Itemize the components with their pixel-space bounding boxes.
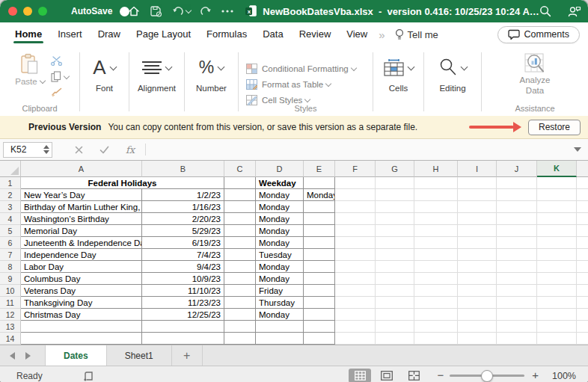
- cell-K13[interactable]: [537, 321, 577, 333]
- cell-B5[interactable]: 5/29/23: [142, 225, 224, 237]
- cell-E5[interactable]: [304, 225, 335, 237]
- cell-L7[interactable]: [577, 249, 588, 261]
- zoom-in-button[interactable]: +: [532, 369, 539, 381]
- spinner-down-icon[interactable]: [43, 150, 49, 154]
- cell-A3[interactable]: Birthday of Martin Luther King, Jr.: [21, 201, 142, 213]
- cell-K10[interactable]: [537, 285, 577, 297]
- row-header-12[interactable]: 12: [0, 309, 21, 321]
- cell-G1[interactable]: [376, 177, 414, 189]
- cell-A6[interactable]: Juneteenth & Independence Day: [21, 237, 142, 249]
- minimize-button[interactable]: [23, 7, 32, 16]
- cell-I5[interactable]: [458, 225, 497, 237]
- row-header-10[interactable]: 10: [0, 285, 21, 297]
- cell-L4[interactable]: [577, 213, 588, 225]
- cell-D2[interactable]: Monday: [256, 189, 304, 201]
- cell-E11[interactable]: [304, 297, 335, 309]
- cell-J1[interactable]: [497, 177, 537, 189]
- next-sheet-button[interactable]: [20, 345, 36, 366]
- cell-I13[interactable]: [458, 321, 497, 333]
- cell-F4[interactable]: [335, 213, 376, 225]
- ribbon-tab-draw[interactable]: Draw: [97, 23, 121, 46]
- cell-G8[interactable]: [376, 261, 414, 273]
- cell-D12[interactable]: Monday: [256, 309, 304, 321]
- cell-H13[interactable]: [414, 321, 458, 333]
- cell-C1[interactable]: [224, 177, 256, 189]
- cell-G4[interactable]: [376, 213, 414, 225]
- cell-D13[interactable]: [256, 321, 304, 333]
- cell-K5[interactable]: [537, 225, 577, 237]
- cell-B4[interactable]: 2/20/23: [142, 213, 224, 225]
- cell-C2[interactable]: [224, 189, 256, 201]
- more-tabs-chevron-icon[interactable]: »: [379, 28, 383, 41]
- sheet-tab-dates[interactable]: Dates: [45, 345, 107, 366]
- cell-I7[interactable]: [458, 249, 497, 261]
- undo-icon[interactable]: [172, 6, 191, 16]
- cell-D4[interactable]: Monday: [256, 213, 304, 225]
- ribbon-tab-page-layout[interactable]: Page Layout: [135, 23, 192, 46]
- cell-J11[interactable]: [497, 297, 537, 309]
- cell-F8[interactable]: [335, 261, 376, 273]
- cell-B13[interactable]: [142, 321, 224, 333]
- close-button[interactable]: [8, 7, 17, 16]
- cell-D9[interactable]: Monday: [256, 273, 304, 285]
- cell-H11[interactable]: [414, 297, 458, 309]
- cell-L9[interactable]: [577, 273, 588, 285]
- cell-L11[interactable]: [577, 297, 588, 309]
- column-header-C[interactable]: C: [224, 161, 256, 177]
- cell-G7[interactable]: [376, 249, 414, 261]
- cell-K11[interactable]: [537, 297, 577, 309]
- cell-D3[interactable]: Monday: [256, 201, 304, 213]
- cell-A7[interactable]: Independence Day: [21, 249, 142, 261]
- cell-L13[interactable]: [577, 321, 588, 333]
- cell-J10[interactable]: [497, 285, 537, 297]
- cell-G3[interactable]: [376, 201, 414, 213]
- copy-button[interactable]: [51, 71, 69, 82]
- zoom-slider-knob[interactable]: [481, 370, 493, 382]
- cell-F3[interactable]: [335, 201, 376, 213]
- format-as-table-button[interactable]: Format as Table: [246, 77, 331, 93]
- cell-B8[interactable]: 9/4/23: [142, 261, 224, 273]
- cell-L1[interactable]: [577, 177, 588, 189]
- column-header-F[interactable]: F: [335, 161, 376, 177]
- name-box-spinner[interactable]: [43, 143, 49, 157]
- zoom-level[interactable]: 100%: [548, 371, 576, 381]
- cell-E2[interactable]: Monday: [304, 189, 335, 201]
- paste-chevron-icon[interactable]: [39, 78, 45, 84]
- more-commands-icon[interactable]: [221, 10, 233, 13]
- cell-B7[interactable]: 7/4/23: [142, 249, 224, 261]
- conditional-formatting-button[interactable]: Conditional Formatting: [246, 61, 356, 77]
- cell-C9[interactable]: [224, 273, 256, 285]
- cell-G6[interactable]: [376, 237, 414, 249]
- cell-A11[interactable]: Thanksgiving Day: [21, 297, 142, 309]
- font-menu-button[interactable]: A Font: [93, 53, 115, 116]
- cell-G9[interactable]: [376, 273, 414, 285]
- page-layout-view-button[interactable]: [376, 369, 398, 382]
- cell-J13[interactable]: [497, 321, 537, 333]
- cell-E7[interactable]: [304, 249, 335, 261]
- cell-C14[interactable]: [224, 333, 256, 345]
- cell-H6[interactable]: [414, 237, 458, 249]
- cell-H2[interactable]: [414, 189, 458, 201]
- page-break-preview-button[interactable]: [402, 369, 425, 382]
- cell-B12[interactable]: 12/25/23: [142, 309, 224, 321]
- cell-F9[interactable]: [335, 273, 376, 285]
- cell-C10[interactable]: [224, 285, 256, 297]
- cell-L10[interactable]: [577, 285, 588, 297]
- cell-B6[interactable]: 6/19/23: [142, 237, 224, 249]
- cell-C11[interactable]: [224, 297, 256, 309]
- row-header-3[interactable]: 3: [0, 201, 21, 213]
- cell-J9[interactable]: [497, 273, 537, 285]
- cell-I3[interactable]: [458, 201, 497, 213]
- cut-button[interactable]: [51, 56, 69, 66]
- share-icon[interactable]: [568, 5, 581, 17]
- cancel-entry-button[interactable]: [75, 146, 83, 154]
- cell-E3[interactable]: [304, 201, 335, 213]
- cell-A10[interactable]: Veterans Day: [21, 285, 142, 297]
- cell-F14[interactable]: [335, 333, 376, 345]
- cell-J4[interactable]: [497, 213, 537, 225]
- cell-D6[interactable]: Monday: [256, 237, 304, 249]
- column-header-E[interactable]: E: [304, 161, 335, 177]
- cell-C7[interactable]: [224, 249, 256, 261]
- cell-K2[interactable]: [537, 189, 577, 201]
- cell-L2[interactable]: [577, 189, 588, 201]
